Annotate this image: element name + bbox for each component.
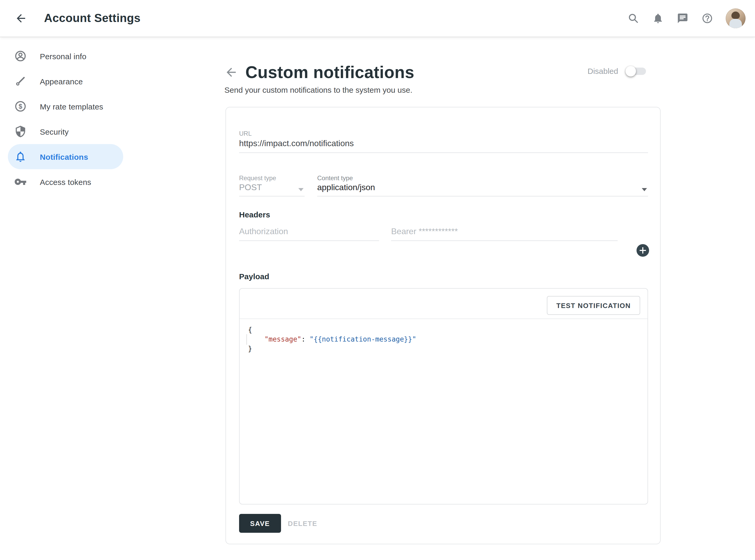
delete-button[interactable]: DELETE [280,514,325,533]
code-key: "message" [265,335,302,343]
code-separator: : [302,335,310,343]
payload-editor: TEST NOTIFICATION { "message": "{{notifi… [239,288,648,504]
headers-section-title: Headers [239,210,270,219]
url-label: URL [239,130,252,137]
payload-code-area[interactable]: { "message": "{{notification-message}}" … [239,319,647,504]
status-toggle-row: Disabled [562,66,646,76]
app-back-button[interactable] [11,8,32,29]
enable-toggle[interactable] [627,67,646,75]
avatar[interactable] [725,8,746,28]
custom-notification-card: URL Request type POST Content type appli… [226,107,661,544]
sidebar-item-security[interactable]: Security [8,119,123,144]
sidebar-item-label: Access tokens [40,177,91,186]
indent-guide [247,334,247,345]
topbar-actions [627,0,746,37]
sidebar-item-my-rate-templates[interactable]: $ My rate templates [8,94,123,119]
request-type-dropdown[interactable]: POST [239,183,305,197]
dollar-circle-icon: $ [14,100,27,113]
chat-icon[interactable] [676,12,689,25]
sidebar-item-label: Appearance [40,77,83,86]
app-title: Account Settings [44,12,140,25]
bell-icon [14,151,27,163]
sidebar-item-notifications[interactable]: Notifications [8,144,123,169]
payload-section-title: Payload [239,272,269,281]
header-value-input[interactable] [391,227,618,241]
notifications-bell-icon[interactable] [652,12,664,25]
add-header-button[interactable] [637,244,649,257]
url-input[interactable] [239,139,648,153]
svg-text:$: $ [19,103,22,110]
sidebar-item-label: Notifications [40,152,88,161]
person-circle-icon [14,50,27,62]
page-subtitle: Send your custom notifications to the sy… [225,85,412,94]
sidebar-item-personal-info[interactable]: Personal info [8,43,123,68]
shield-icon [14,125,27,138]
code-line-close: } [248,344,639,354]
request-type-label: Request type [239,175,276,182]
content-type-label: Content type [317,175,353,182]
chevron-down-icon [642,188,647,191]
sidebar-item-access-tokens[interactable]: Access tokens [8,169,123,194]
sidebar-item-label: Personal info [40,52,86,60]
help-icon[interactable] [701,12,714,25]
content-type-dropdown[interactable]: application/json [317,183,648,197]
save-button[interactable]: SAVE [239,514,281,533]
search-icon[interactable] [627,12,640,25]
content-type-value: application/json [317,183,375,192]
top-app-bar: Account Settings [0,0,755,37]
brush-icon [14,75,27,87]
arrow-left-icon [15,12,27,25]
sidebar-item-appearance[interactable]: Appearance [8,68,123,94]
code-value: "{{notification-message}}" [310,335,416,343]
sidebar-item-label: Security [40,127,69,136]
chevron-down-icon [298,188,304,191]
toggle-knob [625,66,636,76]
settings-sidebar: Personal info Appearance $ My rate templ… [0,43,147,194]
arrow-left-icon [225,65,238,79]
key-icon [14,176,27,188]
header-name-input[interactable] [239,227,379,241]
request-type-value: POST [239,183,262,192]
page-title: Custom notifications [245,63,414,82]
code-line-open: { [248,325,639,335]
test-notification-button[interactable]: TEST NOTIFICATION [547,296,640,315]
page-back-button[interactable] [225,65,238,79]
toggle-status-label: Disabled [587,66,618,76]
sidebar-item-label: My rate templates [40,102,103,111]
page: Account Settings Personal info [0,0,755,560]
plus-icon [640,247,646,254]
code-line-message: "message": "{{notification-message}}" [248,335,639,344]
